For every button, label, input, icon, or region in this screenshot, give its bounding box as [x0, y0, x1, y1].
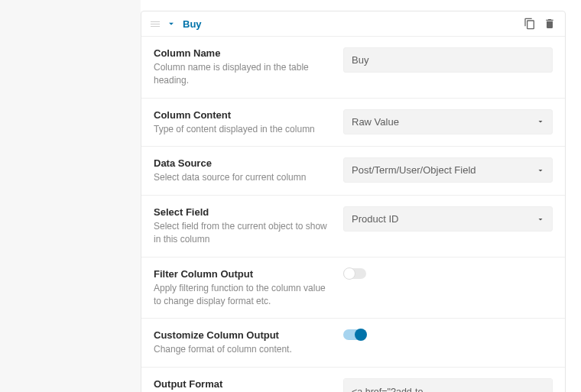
copy-button[interactable]: [524, 18, 536, 30]
row-filter-output: Filter Column Output Apply filtering fun…: [141, 258, 565, 319]
copy-icon: [524, 18, 536, 30]
field-desc: Type of content displayed in the column: [154, 123, 331, 136]
output-format-textarea[interactable]: [343, 378, 553, 392]
field-desc: Column name is displayed in the table he…: [154, 61, 331, 87]
field-label: Data Source: [154, 157, 331, 169]
field-label: Customize Column Output: [154, 329, 331, 341]
column-name-input[interactable]: [343, 47, 553, 73]
card-title: Buy: [183, 18, 202, 30]
field-label: Output Format: [154, 378, 331, 390]
drag-handle-icon[interactable]: [151, 21, 160, 27]
row-column-content: Column Content Type of content displayed…: [141, 99, 565, 147]
delete-button[interactable]: [544, 18, 556, 30]
field-label: Column Name: [154, 47, 331, 59]
chevron-down-icon: [166, 18, 177, 29]
customize-output-toggle[interactable]: [343, 329, 366, 340]
column-content-select[interactable]: Raw Value: [343, 109, 553, 134]
data-source-select[interactable]: Post/Term/User/Object Field: [343, 157, 553, 183]
field-label: Column Content: [154, 109, 331, 121]
row-column-name: Column Name Column name is displayed in …: [141, 37, 565, 99]
field-desc: Change format of column content.: [154, 343, 331, 356]
select-field-select[interactable]: Product ID: [343, 206, 553, 232]
row-data-source: Data Source Select data source for curre…: [141, 147, 565, 196]
card-header: Buy: [141, 11, 565, 37]
field-desc: Select data source for current column: [154, 171, 331, 184]
collapse-toggle[interactable]: [166, 18, 177, 29]
field-label: Filter Column Output: [154, 268, 331, 280]
left-gutter: [0, 0, 141, 392]
field-label: Select Field: [154, 206, 331, 218]
row-customize-output: Customize Column Output Change format of…: [141, 319, 565, 368]
row-select-field: Select Field Select field from the curre…: [141, 196, 565, 258]
field-desc: Apply filtering function to the column v…: [154, 282, 331, 308]
filter-output-toggle[interactable]: [343, 268, 366, 279]
field-desc: Select field from the current object to …: [154, 220, 331, 246]
column-settings-card: Buy Column Name Column name is displayed…: [141, 11, 566, 392]
row-output-format: Output Format Columns output format. Use…: [141, 368, 565, 392]
trash-icon: [544, 18, 556, 30]
